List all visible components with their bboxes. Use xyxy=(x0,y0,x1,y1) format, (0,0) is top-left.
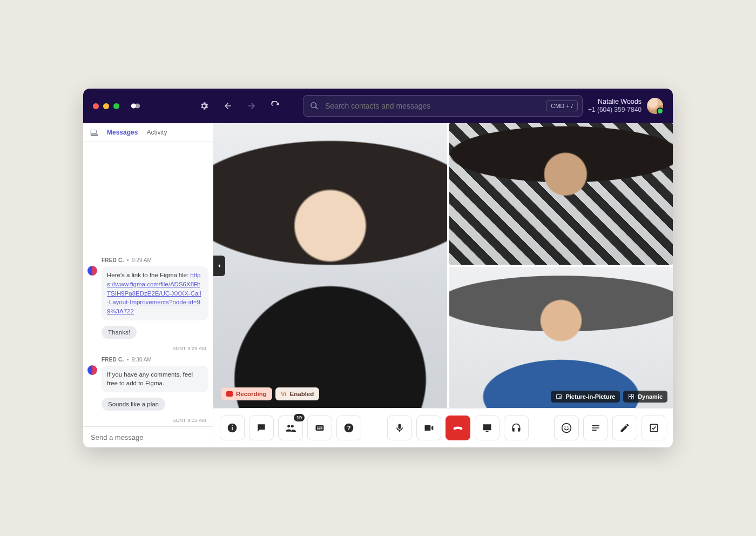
tasks-button[interactable] xyxy=(642,416,666,440)
compose-input[interactable] xyxy=(90,433,208,442)
arrow-left-icon xyxy=(223,101,233,111)
help-icon: ? xyxy=(343,423,354,433)
svg-rect-3 xyxy=(232,427,233,430)
tab-messages[interactable]: Messages xyxy=(107,128,138,137)
global-search[interactable]: CMD + / xyxy=(303,95,583,117)
message-bubble: Here's a link to the Figma file: https:/… xyxy=(102,266,208,320)
search-input[interactable] xyxy=(324,101,541,111)
current-user-avatar[interactable] xyxy=(647,98,663,114)
titlebar: CMD + / Natalie Woods +1 (604) 359-7840 xyxy=(83,89,673,123)
app-body: Messages Activity FRED C. • 9:29 AM Here xyxy=(83,123,673,447)
message-time: 9:29 AM xyxy=(132,257,152,263)
app-window: CMD + / Natalie Woods +1 (604) 359-7840 … xyxy=(83,89,673,447)
participants-count-badge: 19 xyxy=(294,414,305,421)
smile-icon xyxy=(561,423,572,433)
sent-timestamp: SENT 9:33 AM xyxy=(172,417,206,423)
pencil-icon xyxy=(619,423,630,433)
minimize-window-button[interactable] xyxy=(103,103,109,109)
svg-point-12 xyxy=(562,424,571,433)
svg-text:?: ? xyxy=(347,425,351,431)
sidebar-tabs: Messages Activity xyxy=(83,123,213,142)
pip-icon xyxy=(556,393,562,400)
svg-rect-8 xyxy=(317,428,321,430)
call-controls-bar: 19 ? xyxy=(213,408,673,447)
mic-toggle-button[interactable] xyxy=(387,416,412,440)
svg-rect-9 xyxy=(321,427,322,430)
video-area: Recording Vi Enabled xyxy=(213,123,673,447)
chat-icon xyxy=(256,423,267,433)
conversation-sidebar: Messages Activity FRED C. • 9:29 AM Here xyxy=(83,123,213,447)
callbar-center-group xyxy=(387,416,529,440)
layout-pip-button[interactable]: Picture-in-Picture xyxy=(551,391,620,403)
search-icon xyxy=(310,102,319,110)
maximize-window-button[interactable] xyxy=(113,103,119,109)
message-bubble: If you have any comments, feel free to a… xyxy=(102,366,208,392)
callbar-right-group xyxy=(554,416,666,440)
refresh-button[interactable] xyxy=(266,97,285,115)
dialpad-button[interactable] xyxy=(307,416,332,440)
svg-point-13 xyxy=(564,426,565,427)
svg-rect-5 xyxy=(316,425,324,431)
nav-back-button[interactable] xyxy=(219,97,237,115)
svg-rect-6 xyxy=(317,427,319,428)
chat-button[interactable] xyxy=(249,416,274,440)
participant-video xyxy=(449,267,673,408)
window-controls xyxy=(93,103,119,109)
tab-activity[interactable]: Activity xyxy=(146,128,167,137)
voice-intel-pill[interactable]: Vi Enabled xyxy=(275,387,319,400)
search-shortcut-hint: CMD + / xyxy=(546,100,578,111)
current-user[interactable]: Natalie Woods +1 (604) 359-7840 xyxy=(588,98,663,115)
presence-indicator xyxy=(657,108,664,115)
refresh-icon xyxy=(271,101,280,111)
app-logo xyxy=(128,98,143,113)
message-item: FRED C. • 9:29 AM Here's a link to the F… xyxy=(87,257,208,320)
sender-avatar xyxy=(87,365,97,375)
collapse-sidebar-handle[interactable] xyxy=(213,256,225,276)
participant-video xyxy=(449,123,673,265)
svg-rect-7 xyxy=(319,427,321,428)
camera-toggle-button[interactable] xyxy=(416,416,441,440)
help-button[interactable]: ? xyxy=(336,416,361,440)
sent-reply: Thanks! xyxy=(102,326,137,339)
audio-device-button[interactable] xyxy=(504,416,529,440)
sent-reply: Sounds like a plan xyxy=(102,398,165,411)
notes-button[interactable] xyxy=(583,416,608,440)
people-icon xyxy=(285,423,296,433)
headset-icon xyxy=(511,423,522,433)
video-tile[interactable] xyxy=(449,123,673,265)
end-call-button[interactable] xyxy=(446,416,470,440)
call-status-pills: Recording Vi Enabled xyxy=(221,387,319,400)
layout-dynamic-button[interactable]: Dynamic xyxy=(623,391,667,403)
video-tile[interactable]: Picture-in-Picture Dynamic xyxy=(449,267,673,408)
video-tile-main[interactable]: Recording Vi Enabled xyxy=(213,123,447,408)
message-composer xyxy=(83,426,213,447)
call-info-button[interactable] xyxy=(220,416,245,440)
layout-switcher: Picture-in-Picture Dynamic xyxy=(551,391,667,403)
inbox-icon[interactable] xyxy=(90,128,98,137)
record-icon xyxy=(226,391,233,397)
recording-pill[interactable]: Recording xyxy=(221,387,272,400)
share-screen-button[interactable] xyxy=(475,416,500,440)
annotate-button[interactable] xyxy=(612,416,637,440)
sender-avatar xyxy=(87,266,97,276)
settings-button[interactable] xyxy=(195,97,213,115)
checkbox-icon xyxy=(649,423,659,433)
gear-icon xyxy=(199,101,209,111)
participant-video xyxy=(213,123,447,408)
dialpad-icon xyxy=(314,423,325,433)
camera-icon xyxy=(423,423,434,433)
hangup-icon xyxy=(453,423,463,433)
reactions-button[interactable] xyxy=(554,416,579,440)
callbar-left-group: 19 ? xyxy=(220,416,361,440)
arrow-right-icon xyxy=(247,101,256,111)
message-meta: FRED C. • 9:29 AM xyxy=(102,257,208,263)
svg-rect-4 xyxy=(232,425,233,426)
current-user-name: Natalie Woods xyxy=(588,98,642,106)
message-thread: FRED C. • 9:29 AM Here's a link to the F… xyxy=(83,142,213,426)
participants-button[interactable]: 19 xyxy=(278,416,303,440)
close-window-button[interactable] xyxy=(93,103,99,109)
share-screen-icon xyxy=(482,423,492,433)
grid-icon xyxy=(628,393,634,400)
message-time: 9:30 AM xyxy=(132,357,152,363)
nav-forward-button[interactable] xyxy=(242,97,261,115)
